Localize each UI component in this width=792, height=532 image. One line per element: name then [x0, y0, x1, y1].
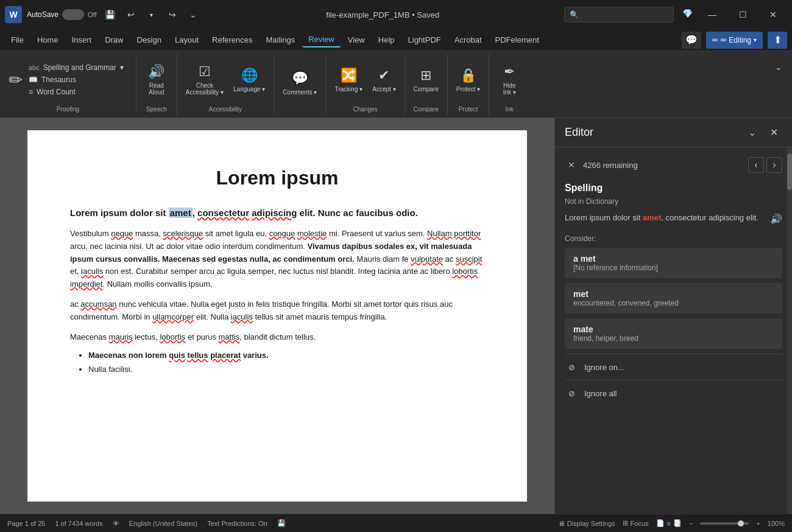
zoom-slider[interactable]	[700, 522, 749, 525]
word-count-status[interactable]: 1 of 7434 words	[55, 520, 102, 527]
next-issue-button[interactable]: ›	[766, 157, 782, 173]
spelling-label: Spelling and Grammar	[43, 63, 116, 72]
comment-button[interactable]: 💬	[682, 32, 701, 49]
ignore-on-button[interactable]: ⊘ Ignore on...	[565, 354, 782, 380]
display-settings-button[interactable]: 🖥 Display Settings	[558, 520, 615, 527]
thesaurus-button[interactable]: 📖 Thesaurus	[25, 74, 127, 85]
compare-label: Compare	[414, 86, 439, 93]
menu-mailings[interactable]: Mailings	[260, 33, 302, 47]
view-mode-icons[interactable]: 📄 ≡ 📑	[656, 519, 682, 527]
suggestion-word-1: a met	[573, 254, 774, 264]
highlighted-word: amet	[169, 208, 193, 218]
view-icon-1: 📄	[656, 519, 665, 527]
menu-help[interactable]: Help	[372, 33, 401, 47]
underlined-word-consectetur: consectetur	[197, 208, 249, 218]
spelling-grammar-button[interactable]: abc Spelling and Grammar ▾	[25, 62, 127, 73]
autosave-control[interactable]: AutoSave Off	[27, 9, 97, 20]
prev-issue-button[interactable]: ‹	[748, 157, 764, 173]
ribbon-group-protect: 🔒 Protect ▾ Protect	[448, 54, 489, 115]
accessibility-group-label: Accessibility	[182, 103, 269, 113]
ignore-all-label: Ignore all	[584, 389, 617, 398]
editor-scrollbar[interactable]	[787, 147, 792, 514]
page-text: Page 1 of 25	[7, 520, 45, 527]
read-aloud-button[interactable]: 🔊 ReadAloud	[141, 61, 172, 98]
zoom-plus-button[interactable]: +	[756, 520, 760, 527]
spelling-arrow[interactable]: ▾	[120, 63, 124, 72]
menu-view[interactable]: View	[342, 33, 371, 47]
word-count-button[interactable]: ≡ Word Count	[25, 86, 127, 97]
menu-draw[interactable]: Draw	[99, 33, 129, 47]
ribbon-collapse-icon[interactable]: ⌄	[770, 58, 787, 75]
menu-insert[interactable]: Insert	[66, 33, 98, 47]
undo-icon[interactable]: ↩	[122, 6, 140, 23]
zoom-slider-thumb	[738, 520, 744, 527]
hide-ink-button[interactable]: ✒ HideInk ▾	[494, 61, 525, 98]
protect-button[interactable]: 🔒 Protect ▾	[453, 65, 484, 95]
focus-button[interactable]: ⊞ Focus	[623, 519, 649, 527]
protect-content: 🔒 Protect ▾	[453, 56, 484, 103]
consider-label: Consider:	[565, 234, 782, 243]
editing-button[interactable]: ✏ ✏ Editing ▾	[706, 32, 763, 49]
spelling-icon: abc	[29, 64, 40, 71]
suggestion-met[interactable]: met encountered, convened, greeted	[565, 283, 782, 313]
search-box[interactable]: 🔍	[564, 7, 674, 23]
check-accessibility-button[interactable]: ☑ CheckAccessibility ▾	[182, 61, 227, 98]
accessibility-content: ☑ CheckAccessibility ▾ 🌐 Language ▾	[182, 56, 269, 103]
redo-icon[interactable]: ↪	[164, 6, 181, 23]
autosave-toggle[interactable]	[62, 9, 84, 20]
text-predictions-text: Text Predictions: On	[207, 520, 267, 527]
word-count-text: 1 of 7434 words	[55, 520, 102, 527]
zoom-level[interactable]: 100%	[768, 520, 785, 527]
zoom-minus-button[interactable]: −	[689, 520, 693, 527]
copilot-icon[interactable]: 💎	[679, 5, 696, 22]
menu-review[interactable]: Review	[302, 32, 341, 47]
minimize-button[interactable]: —	[698, 5, 726, 24]
comments-button[interactable]: 💬 Comments ▾	[279, 68, 320, 98]
menu-references[interactable]: References	[206, 33, 258, 47]
text-predictions-status[interactable]: Text Predictions: On	[207, 520, 267, 527]
more-tools-icon[interactable]: ⌄	[185, 6, 202, 23]
close-issue-button[interactable]: ✕	[565, 158, 578, 172]
proofing-group-label: Proofing	[5, 103, 131, 113]
audio-icon[interactable]: 🔊	[770, 213, 782, 225]
close-button[interactable]: ✕	[759, 5, 787, 24]
read-aloud-icon: 🔊	[148, 64, 164, 80]
window-controls: 💎 — ☐ ✕	[679, 5, 787, 24]
display-icon: 🖥	[558, 520, 565, 527]
save-icon-status[interactable]: 💾	[277, 519, 286, 527]
document-area: Lorem ipsum Lorem ipsum dolor sit amet, …	[0, 118, 554, 514]
accept-button[interactable]: ✔ Accept ▾	[369, 65, 399, 95]
spelling-issue-bar: ✕ 4266 remaining ‹ ›	[565, 157, 782, 173]
menu-file[interactable]: File	[5, 33, 30, 47]
menu-lightpdf[interactable]: LightPDF	[402, 33, 447, 47]
menu-pdfelement[interactable]: PDFelement	[489, 33, 545, 47]
menu-acrobat[interactable]: Acrobat	[448, 33, 488, 47]
editor-close-icon[interactable]: ✕	[765, 124, 782, 141]
undo-dropdown-icon[interactable]: ▾	[143, 6, 160, 23]
context-text: Lorem ipsum dolor sit amet, consectetur …	[565, 213, 758, 222]
menu-home[interactable]: Home	[31, 33, 65, 47]
language-button[interactable]: 🌐 Language ▾	[230, 65, 269, 95]
suggestion-mate[interactable]: mate friend, helper, breed	[565, 318, 782, 349]
language-status[interactable]: English (United States)	[129, 520, 198, 527]
compare-button[interactable]: ⊞ Compare	[410, 65, 442, 95]
editor-scrollbar-thumb[interactable]	[787, 153, 792, 190]
accessibility-icon[interactable]: 👁	[113, 520, 119, 527]
quick-access-toolbar: 💾 ↩ ▾ ↪ ⌄	[102, 6, 202, 23]
editor-button[interactable]: ✏ abc Spelling and Grammar ▾ 📖 Thesaurus…	[5, 60, 131, 100]
menu-design[interactable]: Design	[131, 33, 168, 47]
save-icon[interactable]: 💾	[102, 6, 119, 23]
editor-collapse-icon[interactable]: ⌄	[743, 124, 760, 141]
ink-content: ✒ HideInk ▾	[494, 56, 525, 103]
thesaurus-label: Thesaurus	[41, 75, 76, 84]
share-button[interactable]: ⬆	[768, 32, 787, 49]
tracking-button[interactable]: 🔀 Tracking ▾	[331, 65, 366, 95]
tracking-label: Tracking ▾	[334, 86, 362, 93]
ignore-on-label: Ignore on...	[584, 363, 624, 372]
word-count-label: Word Count	[37, 88, 76, 96]
maximize-button[interactable]: ☐	[729, 5, 757, 24]
page-indicator[interactable]: Page 1 of 25	[7, 520, 45, 527]
menu-layout[interactable]: Layout	[169, 33, 205, 47]
suggestion-a-met[interactable]: a met [No reference information]	[565, 248, 782, 278]
ignore-all-button[interactable]: ⊘ Ignore all	[565, 380, 782, 406]
